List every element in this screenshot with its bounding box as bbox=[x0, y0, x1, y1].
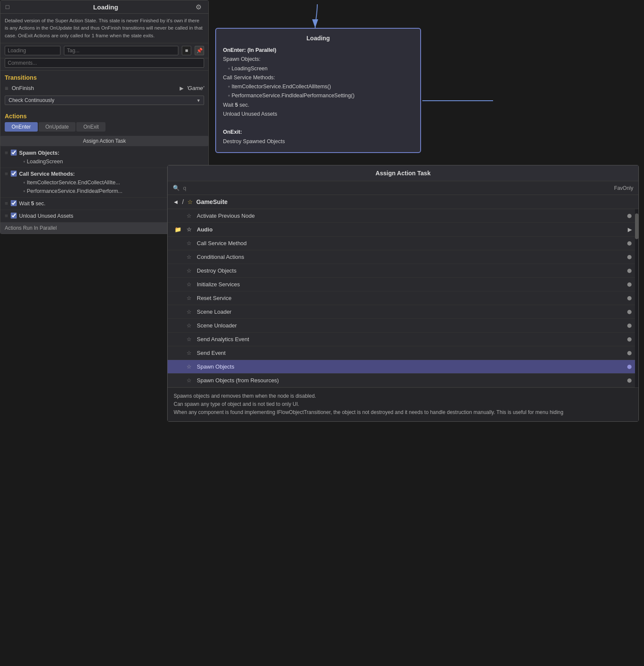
wait-label: Wait 5 sec. bbox=[223, 101, 413, 110]
item-label-init-services: Initialize Services bbox=[197, 281, 622, 288]
back-icon[interactable]: ◄ bbox=[173, 198, 179, 205]
list-item-spawn-objects[interactable]: ☆ Spawn Objects bbox=[168, 360, 638, 374]
list-item-reset-service[interactable]: ☆ Reset Service bbox=[168, 291, 638, 305]
drag-handle-icon[interactable]: ≡ bbox=[5, 85, 8, 92]
assign-task-bar[interactable]: Assign Action Task bbox=[0, 136, 208, 146]
check-mode-dropdown-wrapper[interactable]: Check Continuously ▼ bbox=[5, 96, 204, 105]
assign-panel: Assign Action Task 🔍 FavOnly ◄ / ☆ GameS… bbox=[167, 165, 639, 422]
action-label-unload: Unload Unused Assets bbox=[19, 213, 73, 219]
drag-icon-3[interactable]: ≡ bbox=[5, 200, 8, 207]
panel-header: □ Loading ⚙ bbox=[0, 0, 208, 14]
item-label-scene-loader: Scene Loader bbox=[197, 309, 622, 315]
action-sub-itemcollector: ◦ ItemCollectorService.EndCollectAllIte.… bbox=[19, 180, 120, 186]
transition-row: ≡ OnFinish ▶ 'Game' bbox=[0, 83, 208, 94]
scrollbar-thumb[interactable] bbox=[635, 213, 638, 239]
star-icon-analytics[interactable]: ☆ bbox=[187, 336, 192, 342]
breadcrumb-separator: / bbox=[182, 198, 184, 205]
item-label-call-service: Call Service Method bbox=[197, 240, 622, 246]
item-dot-init-services bbox=[627, 282, 632, 287]
star-icon-audio[interactable]: ☆ bbox=[187, 226, 192, 233]
onexit-header: OnExit: bbox=[223, 129, 242, 135]
list-item-activate-prev[interactable]: ☆ Activate Previous Node bbox=[168, 209, 638, 223]
list-item-spawn-resources[interactable]: ☆ Spawn Objects (from Resources) bbox=[168, 374, 638, 387]
drag-icon[interactable]: ≡ bbox=[5, 150, 8, 156]
comments-input[interactable] bbox=[5, 58, 204, 68]
item-dot-activate bbox=[627, 214, 632, 218]
check-mode-select[interactable]: Check Continuously bbox=[5, 96, 204, 105]
star-icon-scene-loader[interactable]: ☆ bbox=[187, 309, 192, 315]
item-dot-spawn-objects bbox=[627, 365, 632, 369]
star-icon-send-event[interactable]: ☆ bbox=[187, 350, 192, 356]
play-icon[interactable]: ▶ bbox=[180, 85, 184, 91]
list-item-call-service[interactable]: ☆ Call Service Method bbox=[168, 237, 638, 250]
item-label-analytics: Send Analytics Event bbox=[197, 336, 622, 342]
item-label-spawn-resources: Spawn Objects (from Resources) bbox=[197, 377, 622, 384]
fields-row: ■ 📌 bbox=[0, 43, 208, 58]
item-dot-call-service bbox=[627, 241, 632, 246]
action-checkbox-wait[interactable] bbox=[11, 200, 17, 206]
transitions-section-title: Transitions bbox=[0, 71, 208, 83]
node-card-body: OnEnter: (In Parallel) Spawn Objects: ◦ … bbox=[223, 46, 413, 146]
list-item-init-services[interactable]: ☆ Initialize Services bbox=[168, 278, 638, 291]
action-label-service: Call Service Methods: bbox=[19, 171, 75, 177]
list-item-audio[interactable]: 📁 ☆ Audio ▶ bbox=[168, 223, 638, 237]
star-icon-scene-unloader[interactable]: ☆ bbox=[187, 322, 192, 329]
drag-icon-2[interactable]: ≡ bbox=[5, 171, 8, 177]
list-item-scene-unloader[interactable]: ☆ Scene Unloader bbox=[168, 319, 638, 333]
pin-btn[interactable]: 📌 bbox=[195, 46, 204, 55]
action-checkbox-service[interactable] bbox=[11, 171, 17, 177]
star-icon-spawn-objects[interactable]: ☆ bbox=[187, 363, 192, 370]
search-row: 🔍 FavOnly bbox=[168, 181, 638, 195]
panel-title: Loading bbox=[16, 3, 196, 11]
drag-icon-4[interactable]: ≡ bbox=[5, 213, 8, 219]
star-icon-activate[interactable]: ☆ bbox=[187, 213, 192, 219]
folder-arrow-audio: ▶ bbox=[628, 227, 632, 233]
settings-icon[interactable]: ⚙ bbox=[196, 3, 203, 11]
service-item-1: ◦ ItemCollectorService.EndCollectAllItem… bbox=[223, 82, 413, 91]
destroy-label: Destroy Spawned Objects bbox=[223, 137, 413, 146]
action-sub-performance: ◦ PerformanceService.FindIdealPerform... bbox=[19, 188, 123, 194]
star-icon-reset-service[interactable]: ☆ bbox=[187, 295, 192, 301]
star-icon-call-service[interactable]: ☆ bbox=[187, 240, 192, 246]
assign-panel-title: Assign Action Task bbox=[168, 165, 638, 181]
assign-footer: Spawns objects and removes them when the… bbox=[168, 387, 638, 421]
node-card-title: Loading bbox=[223, 35, 413, 42]
description-box: Detailed version of the Super Action Sta… bbox=[0, 14, 208, 43]
tab-onupdate[interactable]: OnUpdate bbox=[39, 122, 76, 132]
list-item-destroy[interactable]: ☆ Destroy Objects bbox=[168, 264, 638, 278]
item-label-destroy: Destroy Objects bbox=[197, 267, 622, 274]
item-label-audio: Audio bbox=[197, 226, 623, 233]
search-input[interactable] bbox=[183, 185, 611, 191]
item-dot-scene-unloader bbox=[627, 324, 632, 328]
action-sub-loadingscreen: ◦ LoadingScreen bbox=[19, 159, 63, 165]
tab-onexit[interactable]: OnExit bbox=[76, 122, 105, 132]
item-dot-conditional bbox=[627, 255, 632, 259]
item-dot-send-event bbox=[627, 351, 632, 355]
name-input[interactable] bbox=[5, 46, 60, 55]
list-item-analytics[interactable]: ☆ Send Analytics Event bbox=[168, 333, 638, 346]
star-icon-init-services[interactable]: ☆ bbox=[187, 281, 192, 288]
star-icon-destroy[interactable]: ☆ bbox=[187, 267, 192, 274]
tab-onenter[interactable]: OnEnter bbox=[5, 122, 38, 132]
assign-list: ☆ Activate Previous Node 📁 ☆ Audio ▶ ☆ C… bbox=[168, 209, 638, 387]
item-label-reset-service: Reset Service bbox=[197, 295, 622, 301]
description-text: Detailed version of the Super Action Sta… bbox=[5, 18, 203, 38]
folder-icon-audio: 📁 bbox=[175, 226, 181, 233]
list-item-send-event[interactable]: ☆ Send Event bbox=[168, 346, 638, 360]
color-btn[interactable]: ■ bbox=[182, 46, 191, 55]
list-item-scene-loader[interactable]: ☆ Scene Loader bbox=[168, 305, 638, 319]
tag-input[interactable] bbox=[64, 46, 178, 55]
star-icon-spawn-resources[interactable]: ☆ bbox=[187, 377, 192, 384]
action-checkbox-spawn[interactable] bbox=[11, 150, 17, 156]
node-card: Loading OnEnter: (In Parallel) Spawn Obj… bbox=[215, 28, 421, 153]
window-icon: □ bbox=[6, 3, 16, 10]
star-icon-conditional[interactable]: ☆ bbox=[187, 254, 192, 260]
list-item-conditional[interactable]: ☆ Conditional Actions bbox=[168, 250, 638, 264]
action-checkbox-unload[interactable] bbox=[11, 213, 17, 219]
breadcrumb: ◄ / ☆ GameSuite bbox=[168, 195, 638, 209]
action-label-spawn: Spawn Objects: bbox=[19, 150, 60, 156]
item-label-conditional: Conditional Actions bbox=[197, 254, 622, 260]
item-dot-scene-loader bbox=[627, 310, 632, 314]
service-item-2: ◦ PerformanceService.FindIdealPerformanc… bbox=[223, 91, 413, 100]
call-service-label: Call Service Methods: bbox=[223, 73, 413, 82]
